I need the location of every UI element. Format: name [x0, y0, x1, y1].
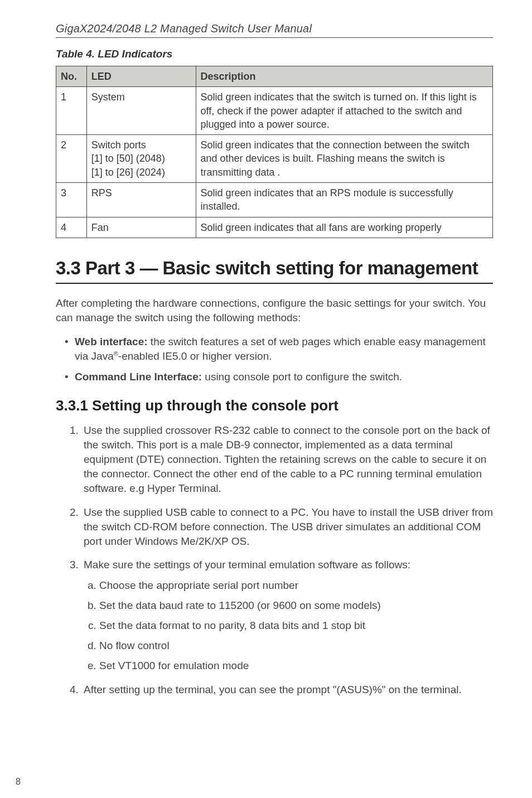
cell-desc: Solid green indicates that the switch is…: [196, 87, 492, 135]
bullet-web-interface: Web interface: the switch features a set…: [75, 335, 493, 364]
table-header-row: No. LED Description: [56, 66, 493, 87]
bullet-cli-text: using console port to configure the swit…: [202, 371, 402, 383]
cell-led: RPS: [86, 183, 196, 217]
step-item: Use the supplied USB cable to connect to…: [81, 505, 493, 549]
substep-item: No flow control: [99, 639, 493, 653]
table-row: 2 Switch ports [1] to [50] (2048) [1] to…: [56, 135, 493, 183]
bullet-web-bold: Web interface:: [75, 336, 148, 347]
substep-item: Set VT1000 for emulation mode: [99, 659, 493, 673]
table-row: 3 RPS Solid green indicates that an RPS …: [56, 183, 493, 217]
step-item: Use the supplied crossover RS-232 cable …: [81, 423, 493, 496]
table-row: 1 System Solid green indicates that the …: [56, 87, 493, 135]
substep-item: Set the data format to no parity, 8 data…: [99, 618, 493, 633]
substep-item: Set the data baud rate to 115200 (or 960…: [99, 598, 493, 613]
intro-paragraph: After completing the hardware connection…: [56, 296, 493, 326]
cell-desc: Solid green indicates that an RPS module…: [196, 183, 492, 217]
bullet-cli: Command Line Interface: using console po…: [75, 370, 493, 385]
cell-no: 1: [56, 87, 87, 135]
cell-led: System: [86, 87, 196, 135]
page-number: 8: [16, 777, 21, 787]
step-3-text: Make sure the settings of your terminal …: [84, 559, 410, 570]
th-description: Description: [196, 66, 492, 87]
cell-no: 4: [56, 217, 87, 238]
bullet-web-text2: -enabled IE5.0 or higher version.: [118, 350, 272, 362]
table-row: 4 Fan Solid green indicates that all fan…: [56, 217, 493, 238]
bullet-cli-bold: Command Line Interface:: [75, 371, 202, 383]
cell-desc: Solid green indicates that all fans are …: [196, 217, 492, 238]
cell-led: Switch ports [1] to [50] (2048) [1] to […: [86, 135, 196, 183]
led-indicators-table: No. LED Description 1 System Solid green…: [56, 66, 493, 238]
cell-desc: Solid green indicates that the connectio…: [196, 135, 492, 183]
section-heading: 3.3 Part 3 — Basic switch setting for ma…: [56, 257, 493, 284]
step-item: After setting up the terminal, you can s…: [81, 683, 493, 697]
cell-no: 3: [56, 183, 87, 217]
running-head: GigaX2024/2048 L2 Managed Switch User Ma…: [56, 22, 493, 38]
subsection-heading: 3.3.1 Setting up through the console por…: [56, 397, 493, 414]
substep-item: Choose the appropriate serial port numbe…: [99, 578, 493, 593]
th-no: No.: [56, 66, 87, 87]
table-caption: Table 4. LED Indicators: [56, 48, 493, 60]
registered-mark: ®: [114, 350, 118, 357]
step-item: Make sure the settings of your terminal …: [81, 558, 493, 673]
th-led: LED: [86, 66, 196, 87]
cell-no: 2: [56, 135, 87, 183]
cell-led: Fan: [86, 217, 196, 238]
